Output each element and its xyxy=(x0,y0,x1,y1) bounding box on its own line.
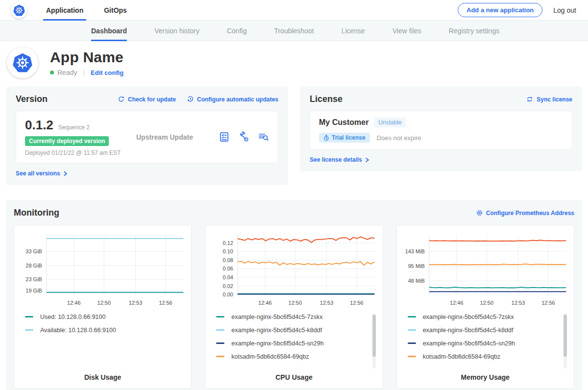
divider: | xyxy=(83,69,85,76)
see-all-versions-link[interactable]: See all versions xyxy=(16,170,68,177)
trial-license-label: Trial license xyxy=(332,134,366,141)
tab-view-files[interactable]: View files xyxy=(392,21,421,41)
kubernetes-logo[interactable] xyxy=(11,0,27,20)
svg-text:12:50: 12:50 xyxy=(480,300,493,306)
tab-gitops[interactable]: GitOps xyxy=(101,0,130,20)
sync-icon xyxy=(526,96,534,103)
sync-license-link[interactable]: Sync license xyxy=(526,96,572,103)
preflight-checks-icon[interactable] xyxy=(219,131,230,143)
legend-item: example-nginx-5bc6f5d4c5-sn29h xyxy=(216,340,377,347)
stopwatch-icon xyxy=(323,135,329,141)
license-details-row: My Customer Unstable Trial license xyxy=(310,111,572,149)
svg-text:12:53: 12:53 xyxy=(129,300,142,306)
tab-application-label: Application xyxy=(46,6,83,14)
svg-text:0.02: 0.02 xyxy=(223,283,233,289)
app-sub-nav: Dashboard Version history Config Trouble… xyxy=(0,21,588,41)
svg-text:12:50: 12:50 xyxy=(98,300,111,306)
tab-dashboard[interactable]: Dashboard xyxy=(91,21,127,41)
memory-usage-chart-title: Memory Usage xyxy=(402,373,569,381)
memory-usage-chart-card: 48 MiB95 MiB143 MiB12:4612:5012:5312:56 … xyxy=(396,225,574,389)
svg-text:12:53: 12:53 xyxy=(320,300,333,306)
customer-name: My Customer xyxy=(319,118,368,127)
legend-swatch xyxy=(216,356,224,357)
legend-scrollbar-thumb[interactable] xyxy=(564,315,567,357)
svg-text:12:56: 12:56 xyxy=(541,300,555,306)
legend-swatch xyxy=(25,316,33,317)
tab-license[interactable]: License xyxy=(342,21,365,41)
legend-item: Available: 10.128.0.66:9100 xyxy=(25,327,186,334)
version-sequence: Sequence 2 xyxy=(58,124,90,131)
chevron-right-icon xyxy=(63,171,68,176)
page-title: App Name xyxy=(50,49,123,66)
legend-item: example-nginx-5bc6f5d4c5-7zskx xyxy=(408,314,569,320)
view-logs-icon[interactable] xyxy=(258,131,269,143)
svg-text:19 GiB: 19 GiB xyxy=(25,288,42,293)
tab-version-history[interactable]: Version history xyxy=(154,21,199,41)
deployed-date: Deployed 01/21/22 @ 11:57 am EST xyxy=(25,149,130,156)
cpu-usage-chart-title: CPU Usage xyxy=(210,373,377,381)
refresh-icon xyxy=(118,96,125,103)
cpu-usage-legend: example-nginx-5bc6f5d4c5-7zskxexample-ng… xyxy=(216,314,377,373)
app-avatar xyxy=(7,47,38,78)
legend-swatch xyxy=(216,316,224,317)
legend-item: example-nginx-5bc6f5d4c5-7zskx xyxy=(216,314,377,320)
svg-text:143 MiB: 143 MiB xyxy=(405,248,424,254)
legend-item: Used: 10.128.0.66:9100 xyxy=(25,314,186,320)
cpu-usage-chart-card: 0.000.020.040.060.080.100.1212:4612:5012… xyxy=(205,225,383,389)
monitoring-section: Monitoring Configure Prometheus Address … xyxy=(6,200,582,390)
version-number: 0.1.2 xyxy=(25,118,53,133)
svg-text:33 GiB: 33 GiB xyxy=(25,248,42,254)
deployed-badge: Currently deployed version xyxy=(25,136,109,146)
tab-config[interactable]: Config xyxy=(227,21,246,41)
disk-usage-chart: 19 GiB23 GiB28 GiB33 GiB12:4612:5012:531… xyxy=(19,231,186,310)
memory-usage-chart: 48 MiB95 MiB143 MiB12:4612:5012:5312:56 xyxy=(402,231,569,310)
tab-application[interactable]: Application xyxy=(43,0,86,20)
svg-text:0.04: 0.04 xyxy=(223,274,233,280)
trial-license-badge: Trial license xyxy=(319,133,370,143)
configure-auto-updates-label: Configure automatic updates xyxy=(197,96,278,103)
configure-prometheus-label: Configure Prometheus Address xyxy=(486,210,574,217)
disk-usage-legend: Used: 10.128.0.66:9100Available: 10.128.… xyxy=(25,314,186,373)
legend-item: example-nginx-5bc6f5d4c5-k8ddf xyxy=(216,327,377,334)
svg-text:0.00: 0.00 xyxy=(223,292,233,297)
cpu-usage-chart: 0.000.020.040.060.080.100.1212:4612:5012… xyxy=(210,231,377,310)
edit-config-wrench-icon[interactable] xyxy=(238,131,249,143)
legend-swatch xyxy=(408,329,416,331)
svg-text:12:50: 12:50 xyxy=(289,300,302,306)
legend-scrollbar-thumb[interactable] xyxy=(372,315,376,357)
legend-swatch xyxy=(25,329,33,331)
tab-registry-settings[interactable]: Registry settings xyxy=(449,21,499,41)
gear-icon xyxy=(476,209,483,217)
see-license-details-link[interactable]: See license details xyxy=(310,156,369,163)
license-expiry: Does not expire xyxy=(377,134,421,142)
legend-item: kotsadm-5db6dc6584-69qbz xyxy=(408,353,569,360)
configure-prometheus-link[interactable]: Configure Prometheus Address xyxy=(476,209,574,217)
sync-license-label: Sync license xyxy=(537,96,572,103)
memory-usage-legend: example-nginx-5bc6f5d4c5-7zskxexample-ng… xyxy=(408,314,569,373)
license-card-title: License xyxy=(310,94,343,104)
legend-swatch xyxy=(408,356,416,357)
disk-usage-chart-title: Disk Usage xyxy=(19,373,186,381)
svg-text:23 GiB: 23 GiB xyxy=(25,276,42,282)
legend-scrollbar-track xyxy=(372,314,376,368)
svg-text:28 GiB: 28 GiB xyxy=(25,263,42,268)
configure-auto-updates-link[interactable]: Configure automatic updates xyxy=(187,96,278,103)
tab-troubleshoot[interactable]: Troubleshoot xyxy=(274,21,314,41)
logout-button[interactable]: Log out xyxy=(553,6,576,14)
kots-admin-console: Application GitOps Add a new application… xyxy=(0,0,588,390)
app-header: App Name Ready | Edit config xyxy=(0,41,588,86)
current-version-row: 0.1.2 Sequence 2 Currently deployed vers… xyxy=(16,111,278,163)
svg-text:12:56: 12:56 xyxy=(350,300,364,306)
legend-item: kotsadm-5db6dc6584-69qbz xyxy=(216,353,377,360)
tab-gitops-label: GitOps xyxy=(104,6,127,14)
charts-row: 19 GiB23 GiB28 GiB33 GiB12:4612:5012:531… xyxy=(14,225,574,389)
see-all-versions-label: See all versions xyxy=(16,170,60,177)
top-nav: Application GitOps Add a new application… xyxy=(0,0,588,21)
check-for-update-link[interactable]: Check for update xyxy=(118,96,176,103)
svg-text:12:46: 12:46 xyxy=(450,300,463,306)
legend-item: example-nginx-5bc6f5d4c5-sn29h xyxy=(408,340,569,347)
cards-row: Version Check for update xyxy=(0,86,588,185)
edit-config-link[interactable]: Edit config xyxy=(91,69,123,76)
top-nav-right: Add a new application Log out xyxy=(458,0,576,20)
add-application-button[interactable]: Add a new application xyxy=(458,3,542,17)
